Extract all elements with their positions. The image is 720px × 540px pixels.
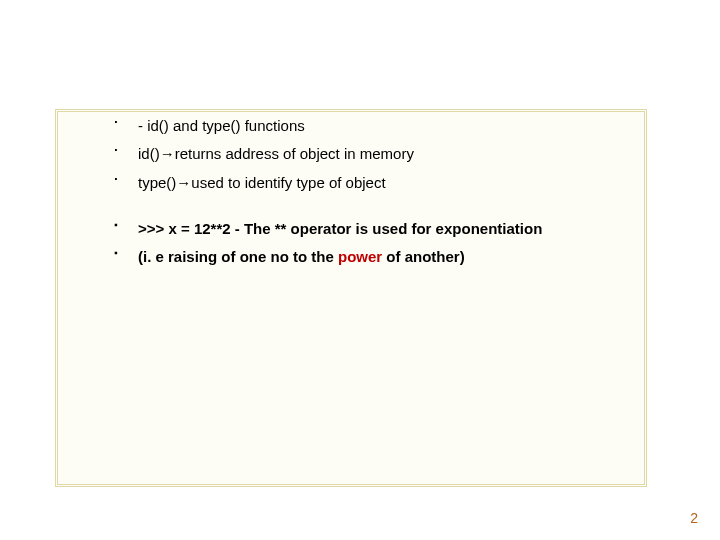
highlight-power: power [338,248,382,265]
bullet-icon: ་ [112,173,120,193]
bullet-icon: ་ [112,219,120,239]
bullet-text: - id() and type() functions [138,117,305,134]
list-item: ་ >>> x = 12**2 - The ** operator is use… [112,219,672,239]
bullet-icon: ་ [112,144,120,164]
bullet-icon: ་ [112,247,120,267]
slide: ་ - id() and type() functions ་ id()→ret… [0,0,720,540]
bullet-text: type()→used to identify type of object [138,174,386,191]
spacer [112,201,672,219]
bullet-text: id()→returns address of object in memory [138,145,414,162]
content-area: ་ - id() and type() functions ་ id()→ret… [112,116,672,275]
bullet-icon: ་ [112,116,120,136]
arrow-right-icon: → [176,174,191,191]
code-id: id() [138,145,160,162]
bullet-text: (i. e raising of one no to the power of … [138,248,465,265]
arrow-right-icon: → [160,145,175,162]
desc-text: used to identify type of object [191,174,385,191]
list-item: ་ (i. e raising of one no to the power o… [112,247,672,267]
desc-text: returns address of object in memory [175,145,414,162]
list-item: ་ type()→used to identify type of object [112,173,672,193]
list-item: ་ - id() and type() functions [112,116,672,136]
text-pre: (i. e raising of one no to the [138,248,338,265]
bullet-text: >>> x = 12**2 - The ** operator is used … [138,220,542,237]
slide-number: 2 [690,510,698,526]
bullet-list: ་ - id() and type() functions ་ id()→ret… [112,116,672,267]
text-post: of another) [382,248,465,265]
list-item: ་ id()→returns address of object in memo… [112,144,672,164]
code-type: type() [138,174,176,191]
